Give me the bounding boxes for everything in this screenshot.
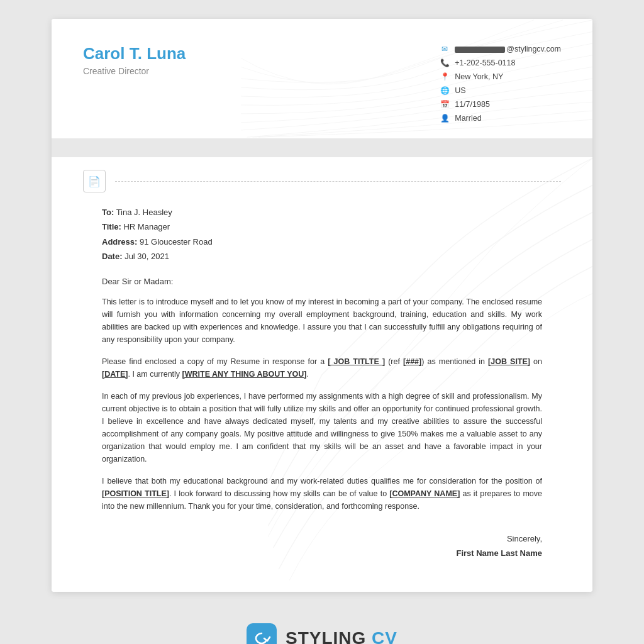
location-icon: 📍	[440, 72, 450, 82]
letter-closing: Sincerely, First Name Last Name	[102, 531, 542, 561]
email-domain: @stylingcv.com	[506, 45, 561, 53]
email-item: ✉ @stylingcv.com	[440, 44, 561, 54]
email-icon: ✉	[440, 44, 450, 54]
company-placeholder: [COMPANY NAME]	[389, 489, 460, 498]
document-container: Carol T. Luna Creative Director ✉ @styli…	[52, 19, 592, 592]
letter-para-1: This letter is to introduce myself and t…	[102, 296, 542, 346]
to-label: To:	[102, 208, 114, 217]
brand-accent: CV	[372, 628, 397, 644]
location-item: 📍 New York, NY	[440, 72, 561, 82]
letter-section: 📄 To: Tina J. Heasley Title: HR Manager …	[52, 157, 592, 592]
email-redacted-bar	[455, 45, 506, 53]
date-placeholder: [DATE]	[102, 370, 128, 379]
letter-date-value: Jul 30, 2021	[125, 252, 169, 261]
signatory-name: First Name Last Name	[102, 546, 542, 560]
section-divider	[52, 138, 592, 157]
brand-logo-icon	[252, 632, 271, 644]
address-label: Address:	[102, 237, 137, 247]
contact-info: ✉ @stylingcv.com 📞 +1-202-555-0118 📍 New…	[440, 44, 561, 127]
letter-greeting: Dear Sir or Madam:	[102, 277, 542, 286]
letter-body: To: Tina J. Heasley Title: HR Manager Ad…	[52, 199, 592, 592]
doc-icon-row: 📄	[52, 157, 592, 199]
marital-item: 👤 Married	[440, 113, 561, 123]
phone-number: +1-202-555-0118	[455, 58, 515, 67]
person-icon: 👤	[440, 113, 450, 123]
date-label: Date:	[102, 252, 123, 261]
letter-address-value: 91 Gloucester Road	[140, 237, 213, 247]
letter-to-value: Tina J. Heasley	[116, 208, 172, 217]
job-title-placeholder: [ JOB TITLTE ]	[328, 357, 385, 366]
marital-status: Married	[455, 114, 481, 123]
closing-word: Sincerely,	[102, 531, 542, 546]
brand-name-text: STYLING CV	[286, 628, 397, 644]
ref-placeholder: [###]	[403, 357, 421, 366]
calendar-icon: 📅	[440, 99, 450, 109]
phone-icon: 📞	[440, 58, 450, 68]
dashed-divider	[115, 181, 561, 182]
title-label: Title:	[102, 222, 121, 231]
brand-logo	[247, 623, 277, 644]
job-site-placeholder: [JOB SITE]	[488, 357, 530, 366]
letter-title-value: HR Manager	[123, 222, 170, 231]
letter-title-line: Title: HR Manager	[102, 219, 542, 234]
letter-para-2: Please find enclosed a copy of my Resume…	[102, 355, 542, 380]
footer-brand: STYLING CV	[247, 611, 397, 644]
dob-item: 📅 11/7/1985	[440, 99, 561, 109]
phone-item: 📞 +1-202-555-0118	[440, 58, 561, 68]
globe-icon: 🌐	[440, 86, 450, 96]
position-placeholder: [POSITION TITLE]	[102, 489, 169, 498]
document-icon-box: 📄	[83, 170, 106, 192]
letter-para-4: I believe that both my educational backg…	[102, 475, 542, 513]
about-placeholder: [WRITE ANY THING ABOUT YOU]	[182, 370, 307, 379]
resume-header: Carol T. Luna Creative Director ✉ @styli…	[52, 19, 592, 138]
document-icon: 📄	[88, 175, 101, 187]
location-text: New York, NY	[455, 72, 503, 81]
letter-date-line: Date: Jul 30, 2021	[102, 249, 542, 264]
letter-to-line: To: Tina J. Heasley	[102, 205, 542, 219]
country-text: US	[455, 86, 465, 95]
letter-address-line: Address: 91 Gloucester Road	[102, 235, 542, 249]
letter-meta: To: Tina J. Heasley Title: HR Manager Ad…	[102, 205, 542, 264]
letter-para-3: In each of my previous job experiences, …	[102, 390, 542, 465]
dob-text: 11/7/1985	[455, 100, 490, 109]
country-item: 🌐 US	[440, 86, 561, 96]
